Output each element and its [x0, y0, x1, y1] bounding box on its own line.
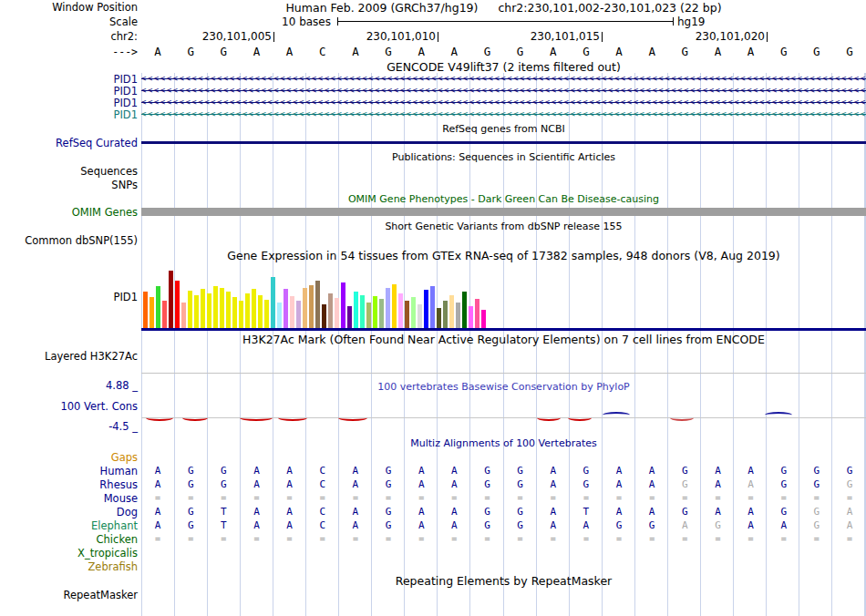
species-label[interactable]: Rhesus	[0, 477, 141, 491]
species-label[interactable]: Human	[0, 464, 141, 477]
omim-genes-label[interactable]: OMIM Genes	[0, 206, 141, 219]
base-letter: G	[504, 44, 537, 59]
h3k27ac-track-title[interactable]: H3K27Ac Mark (Often Found Near Active Re…	[141, 332, 866, 345]
omim-track: OMIM Genes	[0, 206, 866, 219]
alignment-base	[273, 450, 306, 464]
repeatmasker-label[interactable]: RepeatMasker	[0, 588, 141, 601]
gtex-bar	[143, 292, 148, 328]
alignment-base: =	[372, 491, 405, 505]
refseq-curated-label[interactable]: RefSeq Curated	[0, 137, 141, 149]
alignment-base: =	[833, 532, 866, 546]
transcript-item-label[interactable]: PID1	[0, 108, 141, 120]
alignment-base: =	[603, 491, 635, 505]
species-label[interactable]: Dog	[0, 505, 141, 518]
gtex-bar	[271, 277, 275, 328]
gtex-bar	[309, 285, 314, 328]
alignment-base	[339, 546, 372, 560]
alignment-base: =	[438, 532, 470, 546]
multiz-species-row: Gaps	[0, 450, 866, 464]
species-label[interactable]: Zebrafish	[0, 560, 141, 573]
refseq-title-row: RefSeq genes from NCBI	[0, 120, 866, 137]
gtex-bar	[405, 301, 409, 328]
gtex-track-title[interactable]: Gene Expression in 54 tissues from GTEx …	[141, 249, 866, 262]
base-letter: A	[603, 44, 635, 59]
alignment-base: A	[273, 477, 306, 491]
species-label[interactable]: Gaps	[0, 450, 141, 464]
alignment-base: A	[735, 505, 768, 518]
species-alignment-cells: AGGAACAGAAGGAGAAGAAGGG	[141, 464, 866, 477]
tick-label: 230,101,005	[202, 30, 272, 43]
dbsnp-label[interactable]: Common dbSNP(155)	[0, 233, 141, 247]
alignment-base: =	[405, 532, 438, 546]
alignment-base: A	[273, 505, 306, 518]
sequences-track: Sequences	[0, 164, 866, 178]
omim-track-title[interactable]: OMIM Gene Phenotypes - Dark Green Can Be…	[141, 193, 866, 205]
alignment-base	[833, 450, 866, 464]
multiz-title-row: Multiz Alignments of 100 Vertebrates	[0, 436, 866, 450]
multiz-species-row: Zebrafish	[0, 560, 866, 573]
base-letter: A	[635, 44, 668, 59]
gencode-transcript-row: PID1<<<<<<<<<<<<<<<<<<<<<<<<<<<<<<<<<<<<…	[0, 108, 866, 120]
alignment-base: =	[735, 532, 768, 546]
alignment-base: =	[800, 491, 833, 505]
alignment-base: G	[570, 464, 603, 477]
alignment-base: G	[668, 477, 701, 491]
window-position-row: Window Position Human Feb. 2009 (GRCh37/…	[0, 0, 866, 15]
sequences-label[interactable]: Sequences	[0, 164, 141, 178]
alignment-base: G	[635, 518, 668, 532]
alignment-base: A	[635, 464, 668, 477]
alignment-base	[141, 560, 174, 573]
transcript-item-label[interactable]: PID1	[0, 85, 141, 97]
alignment-base: A	[635, 505, 668, 518]
h3k27ac-track: Layered H3K27Ac	[0, 346, 866, 374]
gtex-bar	[475, 299, 479, 328]
alignment-base	[273, 546, 306, 560]
refseq-track-title[interactable]: RefSeq genes from NCBI	[141, 123, 866, 135]
gencode-track-title[interactable]: GENCODE V49lift37 (2 items filtered out)	[141, 59, 866, 73]
repeatmasker-track-title[interactable]: Repeating Elements by RepeatMasker	[141, 574, 866, 588]
gtex-bar	[347, 306, 352, 328]
alignment-base	[701, 546, 734, 560]
alignment-base	[635, 560, 668, 573]
multiz-species-row: X_tropicalis	[0, 546, 866, 560]
species-label[interactable]: Elephant	[0, 518, 141, 532]
species-label[interactable]: X_tropicalis	[0, 546, 141, 560]
gtex-bar	[149, 297, 154, 328]
alignment-base: A	[273, 518, 306, 532]
dbsnp-track-title[interactable]: Short Genetic Variants from dbSNP releas…	[141, 221, 866, 232]
gtex-bar	[469, 306, 473, 328]
species-alignment-cells: AGTAACAGAAGGATAAGAAGGA	[141, 505, 866, 518]
publications-track-title[interactable]: Publications: Sequences in Scientific Ar…	[141, 151, 866, 163]
transcript-item-label[interactable]: PID1	[0, 73, 141, 85]
gtex-bar	[443, 301, 448, 328]
species-label[interactable]: Mouse	[0, 491, 141, 505]
alignment-base: G	[800, 464, 833, 477]
base-letter: G	[668, 44, 701, 59]
alignment-base	[833, 546, 866, 560]
gtex-bar	[239, 301, 243, 328]
transcript-item-label[interactable]: PID1	[0, 97, 141, 108]
scale-value: 10 bases	[282, 15, 331, 28]
alignment-base: G	[800, 518, 833, 532]
tick-line	[602, 32, 603, 42]
phylop-label[interactable]: 100 Vert. Cons	[60, 400, 138, 413]
alignment-base: A	[339, 518, 372, 532]
h3k27ac-label[interactable]: Layered H3K27Ac	[0, 346, 141, 374]
species-alignment-cells: ======================	[141, 532, 866, 546]
alignment-base: =	[273, 532, 306, 546]
multiz-track-title[interactable]: Multiz Alignments of 100 Vertebrates	[141, 437, 866, 449]
gtex-gene-label[interactable]: PID1	[0, 263, 141, 331]
alignment-base	[701, 450, 734, 464]
snps-label[interactable]: SNPs	[0, 178, 141, 191]
alignment-base: A	[273, 464, 306, 477]
alignment-base: G	[372, 464, 405, 477]
alignment-base	[768, 560, 800, 573]
species-label[interactable]: Chicken	[0, 532, 141, 546]
base-letter: A	[240, 44, 273, 59]
alignment-base: G	[470, 477, 503, 491]
alignment-base	[800, 450, 833, 464]
gtex-bar	[449, 295, 454, 328]
alignment-base	[339, 560, 372, 573]
dbsnp-title-row: Short Genetic Variants from dbSNP releas…	[0, 219, 866, 233]
alignment-base	[735, 560, 768, 573]
